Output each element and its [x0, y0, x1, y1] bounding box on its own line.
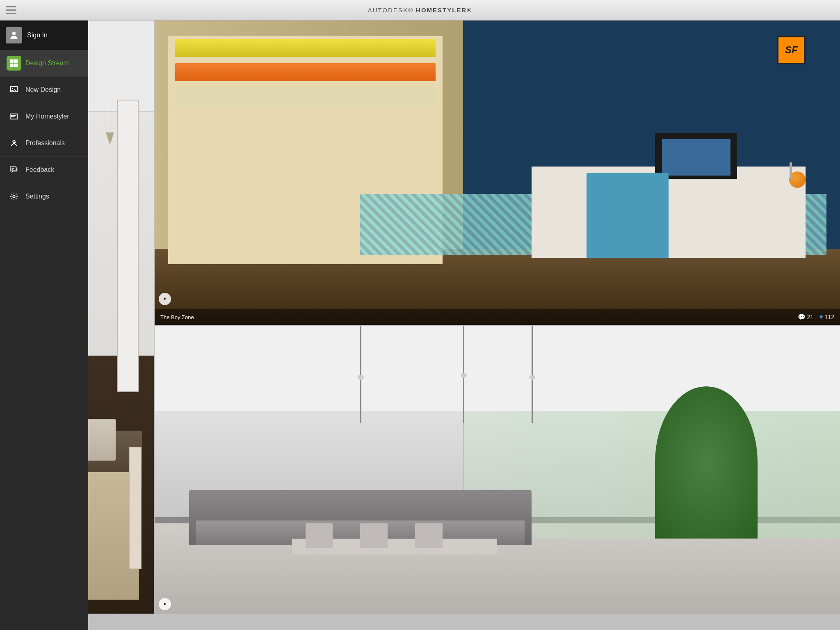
design-stream-label: Design Stream	[25, 59, 69, 67]
settings-label: Settings	[25, 193, 49, 200]
sidebar-item-professionals[interactable]: Professionals	[0, 130, 88, 157]
user-icon	[9, 30, 19, 41]
svg-point-12	[13, 140, 15, 143]
sidebar-item-settings[interactable]: Settings	[0, 183, 88, 210]
card-top-right-title: The Boy Zone	[160, 314, 420, 315]
title-prefix: AUTODESK®	[368, 7, 413, 14]
settings-icon	[7, 189, 21, 204]
professionals-label: Professionals	[25, 139, 65, 147]
sign-in-label: Sign In	[27, 32, 48, 39]
sidebar-item-design-stream[interactable]: Design Stream	[0, 50, 88, 77]
svg-point-10	[11, 115, 12, 116]
svg-point-6	[12, 88, 13, 89]
menu-icon[interactable]	[6, 6, 16, 14]
new-design-label: New Design	[25, 86, 61, 94]
svg-rect-2	[14, 59, 18, 63]
app-header: AUTODESK® HOMESTYLER®	[0, 0, 420, 21]
card-boy-zone[interactable]: SF ✦ The Boy Zone 💬 21	[155, 21, 420, 315]
svg-rect-4	[14, 64, 18, 67]
sidebar-item-my-homestyler[interactable]: My Homestyler	[0, 103, 88, 130]
sidebar-item-feedback[interactable]: Feedback	[0, 157, 88, 183]
svg-point-11	[11, 116, 12, 117]
title-main: HOMESTYLER®	[416, 7, 420, 14]
my-homestyler-icon	[7, 109, 21, 124]
app-title: AUTODESK® HOMESTYLER®	[368, 7, 420, 14]
svg-rect-1	[10, 59, 14, 63]
feedback-label: Feedback	[25, 166, 54, 173]
professionals-icon	[7, 136, 21, 151]
sidebar: Sign In Design Stream New Design	[0, 21, 88, 315]
sidebar-item-new-design[interactable]: New Design	[0, 77, 88, 103]
svg-point-0	[12, 32, 16, 35]
svg-rect-13	[10, 167, 16, 171]
feedback-icon	[7, 162, 21, 177]
svg-point-16	[13, 195, 15, 198]
card-top-right-overlay: The Boy Zone 💬 21 ♥ 112	[155, 309, 420, 315]
sign-in-button[interactable]: Sign In	[0, 21, 88, 50]
svg-rect-3	[10, 64, 14, 67]
my-homestyler-label: My Homestyler	[25, 113, 69, 120]
new-design-icon	[7, 82, 21, 97]
avatar	[6, 27, 22, 43]
wand-button-top-right[interactable]: ✦	[159, 293, 171, 305]
design-stream-icon	[7, 56, 21, 71]
wand-icon-tr: ✦	[163, 296, 167, 302]
boy-zone-image: SF	[155, 21, 420, 315]
